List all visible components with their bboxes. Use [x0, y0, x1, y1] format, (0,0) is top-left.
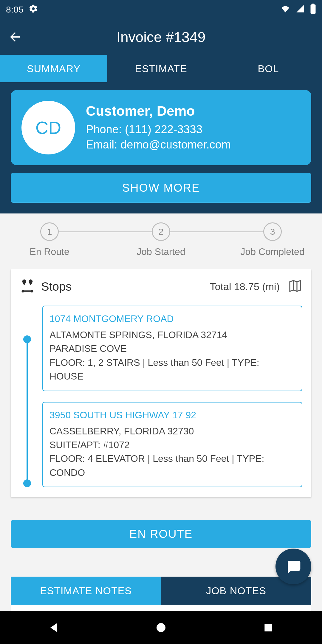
- status-bar: 8:05: [0, 0, 322, 19]
- stop-item[interactable]: 1074 MONTGOMERY ROAD ALTAMONTE SPRINGS, …: [42, 306, 302, 391]
- step-label: Job Completed: [240, 246, 304, 257]
- stop-extra: PARADISE COVE: [49, 342, 295, 355]
- avatar: CD: [21, 101, 75, 154]
- nav-home-button[interactable]: [152, 619, 170, 637]
- chat-fab[interactable]: [275, 549, 311, 584]
- en-route-button[interactable]: EN ROUTE: [11, 520, 311, 548]
- route-icon: [20, 278, 35, 295]
- progress-stepper: 1 En Route 2 Job Started 3 Job Completed: [0, 213, 322, 266]
- battery-icon: [310, 4, 316, 16]
- nav-back-button[interactable]: [45, 619, 63, 637]
- customer-section: CD Customer, Demo Phone: (111) 222-3333 …: [0, 82, 322, 213]
- app-bar: Invoice #1349: [0, 19, 322, 55]
- tab-bol[interactable]: BOL: [215, 55, 322, 82]
- step-job-completed[interactable]: 3 Job Completed: [234, 222, 311, 257]
- map-icon[interactable]: [288, 279, 302, 294]
- stops-card: Stops Total 18.75 (mi) 1074 MONTGOMERY R…: [11, 269, 311, 497]
- step-circle: 2: [152, 222, 170, 241]
- stops-title: Stops: [41, 280, 72, 293]
- stop-extra: SUITE/APT: #1072: [49, 438, 295, 452]
- customer-card[interactable]: CD Customer, Demo Phone: (111) 222-3333 …: [11, 90, 311, 165]
- page-title: Invoice #1349: [24, 29, 298, 45]
- tab-estimate-notes[interactable]: ESTIMATE NOTES: [11, 577, 161, 605]
- customer-phone: Phone: (111) 222-3333: [86, 122, 231, 137]
- route-indicator: [23, 306, 32, 487]
- stops-total: Total 18.75 (mi): [210, 281, 280, 292]
- tabs: SUMMARY ESTIMATE BOL: [0, 55, 322, 82]
- status-time: 8:05: [6, 4, 23, 15]
- step-en-route[interactable]: 1 En Route: [11, 222, 88, 257]
- content: 1 En Route 2 Job Started 3 Job Completed…: [0, 213, 322, 634]
- stop-details: FLOOR: 1, 2 STAIRS | Less than 50 Feet |…: [49, 356, 295, 383]
- stop-item[interactable]: 3950 SOUTH US HIGHWAY 17 92 CASSELBERRY,…: [42, 402, 302, 487]
- show-more-button[interactable]: SHOW MORE: [11, 173, 311, 203]
- svg-rect-3: [264, 624, 272, 631]
- tab-summary[interactable]: SUMMARY: [0, 55, 107, 82]
- step-circle: 1: [40, 222, 59, 241]
- step-job-started[interactable]: 2 Job Started: [122, 222, 200, 257]
- notes-tabs: ESTIMATE NOTES JOB NOTES: [11, 577, 311, 605]
- route-connector: [27, 343, 28, 480]
- wifi-icon: [280, 4, 290, 16]
- gear-icon: [29, 4, 38, 16]
- step-label: Job Started: [137, 246, 185, 257]
- svg-point-2: [157, 623, 165, 632]
- step-label: En Route: [30, 246, 69, 257]
- nav-recent-button[interactable]: [259, 619, 277, 637]
- back-button[interactable]: [6, 28, 24, 46]
- route-dot-icon: [23, 479, 31, 487]
- route-dot-icon: [23, 335, 31, 343]
- signal-icon: [296, 4, 305, 15]
- chat-icon: [285, 558, 302, 575]
- stop-city: CASSELBERRY, FLORIDA 32730: [49, 424, 295, 438]
- system-nav-bar: [0, 611, 322, 644]
- stop-address: 3950 SOUTH US HIGHWAY 17 92: [49, 410, 295, 421]
- stop-address: 1074 MONTGOMERY ROAD: [49, 313, 295, 324]
- stop-city: ALTAMONTE SPRINGS, FLORIDA 32714: [49, 328, 295, 342]
- customer-email: Email: demo@customer.com: [86, 137, 231, 152]
- step-circle: 3: [263, 222, 282, 241]
- customer-name: Customer, Demo: [86, 103, 231, 119]
- stop-details: FLOOR: 4 ELEVATOR | Less than 50 Feet | …: [49, 452, 295, 479]
- tab-estimate[interactable]: ESTIMATE: [107, 55, 215, 82]
